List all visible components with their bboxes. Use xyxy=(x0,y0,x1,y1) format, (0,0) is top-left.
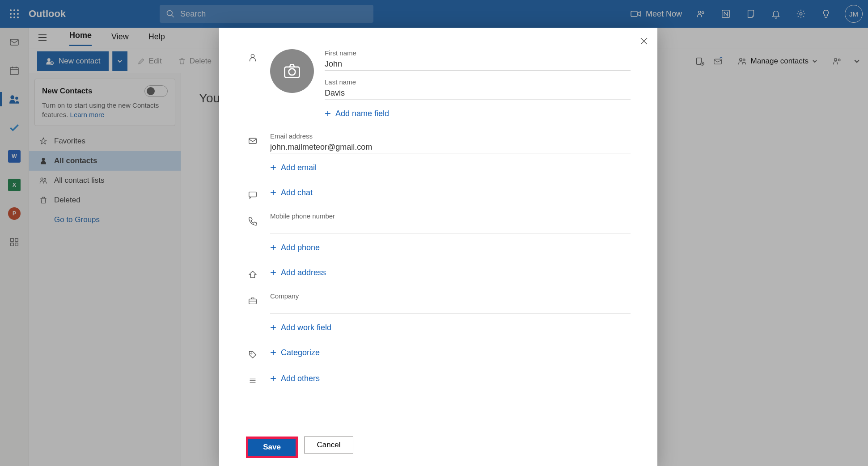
svg-point-42 xyxy=(251,353,252,354)
camera-icon xyxy=(282,61,302,81)
tag-icon xyxy=(248,350,258,360)
plus-icon: + xyxy=(270,372,276,385)
add-work-field-button[interactable]: +Add work field xyxy=(270,321,631,334)
company-input[interactable] xyxy=(270,301,631,314)
svg-point-36 xyxy=(251,55,254,58)
close-icon xyxy=(640,37,648,45)
cancel-button[interactable]: Cancel xyxy=(304,437,353,453)
svg-rect-40 xyxy=(249,192,257,197)
plus-icon: + xyxy=(270,186,276,199)
svg-rect-39 xyxy=(249,139,257,144)
plus-icon: + xyxy=(270,266,276,279)
add-email-button[interactable]: +Add email xyxy=(270,161,631,174)
phone-label: Mobile phone number xyxy=(270,212,631,220)
add-photo-button[interactable] xyxy=(270,49,314,93)
add-phone-button[interactable]: +Add phone xyxy=(270,241,631,254)
svg-point-38 xyxy=(289,69,296,76)
new-contact-modal: First name Last name +Add name field xyxy=(219,28,657,466)
svg-rect-41 xyxy=(249,299,257,304)
last-name-input[interactable] xyxy=(325,87,631,100)
notes-icon xyxy=(248,376,258,386)
plus-icon: + xyxy=(270,241,276,254)
add-address-button[interactable]: +Add address xyxy=(270,266,631,279)
save-highlight-annotation: Save xyxy=(246,437,298,458)
phone-icon xyxy=(248,216,258,226)
close-button[interactable] xyxy=(637,34,651,48)
company-label: Company xyxy=(270,292,631,300)
location-icon xyxy=(248,270,258,280)
last-name-label: Last name xyxy=(325,78,631,86)
add-name-field-button[interactable]: +Add name field xyxy=(325,107,631,120)
first-name-input[interactable] xyxy=(325,58,631,71)
phone-input[interactable] xyxy=(270,221,631,234)
mail-icon xyxy=(248,136,258,146)
plus-icon: + xyxy=(325,107,331,120)
plus-icon: + xyxy=(270,346,276,359)
add-chat-button[interactable]: +Add chat xyxy=(270,186,631,199)
categorize-button[interactable]: +Categorize xyxy=(270,346,631,359)
chat-icon xyxy=(248,190,258,200)
plus-icon: + xyxy=(270,161,276,174)
plus-icon: + xyxy=(270,321,276,334)
add-others-button[interactable]: +Add others xyxy=(270,372,631,385)
briefcase-icon xyxy=(248,296,258,306)
email-input[interactable] xyxy=(270,141,631,154)
first-name-label: First name xyxy=(325,49,631,57)
save-button[interactable]: Save xyxy=(248,439,296,456)
email-label: Email address xyxy=(270,132,631,140)
person-icon xyxy=(248,53,258,63)
